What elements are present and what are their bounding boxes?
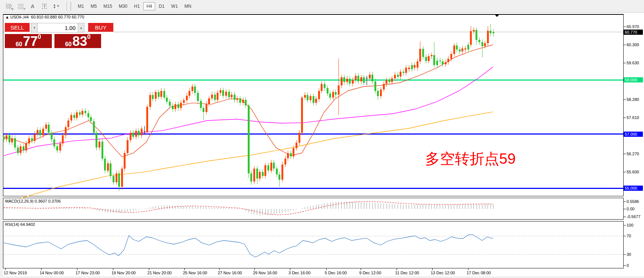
rsi-tick-label: 100 [627, 223, 633, 227]
text-a-glyph: A [31, 3, 34, 9]
panel-splitter[interactable] [3, 220, 624, 221]
date-label: 17 Dec 08:00 [467, 271, 491, 275]
date-label: 17 Nov 23:00 [76, 271, 100, 275]
cycle-lines-tool-icon[interactable]: ▲▼ ▼ [51, 2, 61, 11]
date-label: 14 Nov 00:00 [40, 271, 64, 275]
pattern-tool-letter: E [12, 7, 14, 11]
one-click-trade-panel: SELL ▼ ▲ BUY 60 77 0 60 83 0 [5, 23, 113, 48]
caret-down-icon[interactable]: ▼ [57, 4, 60, 8]
symbol-name: USOil-,H4 [10, 15, 29, 19]
buy-price-sup: 0 [87, 34, 90, 40]
price-tick-label: 60.970 [627, 24, 639, 29]
date-label: 25 Nov 16:00 [183, 271, 207, 275]
date-label: 27 Nov 16:00 [218, 271, 242, 275]
price-badge-57.000: 57.000 [624, 132, 643, 137]
timeframe-bar: M1M5M15M30H1H4D1W1MN [74, 2, 195, 10]
price-tick-label: 56.270 [627, 152, 639, 156]
volume-input[interactable] [38, 23, 78, 33]
buy-button[interactable]: BUY [88, 23, 113, 33]
price-tick-label: 57.610 [627, 115, 639, 120]
toolbar-separator [67, 1, 68, 11]
timeframe-button-w1[interactable]: W1 [168, 2, 181, 10]
rsi-tick-label: 30 [627, 252, 631, 257]
buy-price-prefix: 60 [65, 41, 72, 47]
macd-tick-label: -0.5677 [627, 214, 640, 219]
arrows-glyph: ▲▼ [53, 4, 56, 9]
macd-tick-label: 0.5586 [627, 199, 639, 204]
date-label: 3 Dec 16:00 [288, 271, 310, 275]
toolbar-drag-handle[interactable] [70, 2, 71, 10]
sell-button[interactable]: SELL [5, 23, 30, 33]
date-label: 9 Dec 12:00 [359, 271, 381, 275]
timeframe-button-mn[interactable]: MN [181, 2, 194, 10]
grid-glyph [18, 4, 24, 9]
macd-label: MACD(12,26,9) 0.3607 0.3706 [5, 199, 61, 203]
buy-price-box[interactable]: 60 83 0 [54, 34, 101, 48]
volume-decrease-button[interactable]: ▼ [31, 23, 38, 33]
price-tick-label: 58.280 [627, 97, 639, 102]
chart-text-annotation[interactable]: 多空转折点59 [425, 149, 516, 169]
timeframe-button-h4[interactable]: H4 [143, 2, 155, 10]
drawing-tools-group: E F A T ▲▼ ▼ [0, 2, 63, 11]
timeframe-button-h1[interactable]: H1 [131, 2, 143, 10]
pattern-tool-icon[interactable]: E [4, 2, 14, 11]
macd-tick-label: 0.00 [627, 207, 634, 211]
date-label: 19 Nov 20:00 [111, 271, 136, 275]
text-label-tool-icon[interactable]: A [27, 2, 38, 11]
volume-increase-button[interactable]: ▲ [78, 23, 84, 33]
ohlc-values: 60.810 60.880 60.770 60.770 [31, 15, 84, 19]
mt4-window: E F A T ▲▼ ▼ M1M5M15M30H1H4D1W1MN [0, 0, 644, 278]
rsi-tick-label: 0 [627, 263, 629, 268]
price-badge-59.000: 59.000 [624, 77, 643, 82]
date-label: 29 Nov 16:00 [253, 271, 277, 275]
left-window-strip [0, 12, 3, 278]
fibo-grid-tool-icon[interactable]: F [16, 2, 26, 11]
price-tick-label: 59.630 [627, 61, 639, 65]
hatch-glyph [6, 4, 12, 9]
timeframe-button-m30[interactable]: M30 [116, 2, 130, 10]
timeframe-button-m1[interactable]: M1 [75, 2, 87, 10]
price-tick-label: 60.300 [627, 43, 639, 47]
date-label: 12 Nov 2019 [4, 271, 27, 275]
macd-panel[interactable] [3, 198, 624, 220]
panel-splitter[interactable] [3, 196, 624, 198]
price-badge-55.000: 55.000 [624, 186, 643, 191]
date-label: 5 Dec 16:00 [325, 271, 347, 275]
price-tick-label: 55.600 [627, 170, 639, 174]
timeframe-button-d1[interactable]: D1 [156, 2, 167, 10]
symbol-marker-icon: ▲ [5, 15, 9, 19]
sell-price-sup: 0 [38, 34, 41, 40]
grid-tool-letter: F [24, 7, 26, 11]
bottom-window-strip [0, 276, 644, 278]
timeframe-button-m5[interactable]: M5 [88, 2, 100, 10]
chart-title: ▲ USOil-,H4 60.810 60.880 60.770 60.770 [5, 15, 84, 19]
rsi-tick-label: 70 [627, 234, 631, 238]
date-label: 11 Dec 12:00 [395, 271, 419, 275]
timeframe-button-m15[interactable]: M15 [100, 2, 115, 10]
buy-price-big: 83 [72, 35, 87, 47]
sell-price-box[interactable]: 60 77 0 [5, 34, 52, 48]
rsi-label: RSI(14) 64.9402 [5, 222, 35, 227]
sell-price-prefix: 60 [16, 41, 22, 47]
text-t-glyph: T [42, 4, 47, 9]
textbox-tool-icon[interactable]: T [39, 2, 50, 11]
rsi-panel[interactable] [3, 221, 624, 268]
date-label: 21 Nov 20:00 [147, 271, 171, 275]
sell-price-big: 77 [23, 35, 38, 47]
price-badge-60.770: 60.770 [624, 30, 643, 35]
toolbar: E F A T ▲▼ ▼ M1M5M15M30H1H4D1W1MN [0, 0, 644, 13]
date-label: 13 Dec 12:00 [431, 271, 455, 275]
